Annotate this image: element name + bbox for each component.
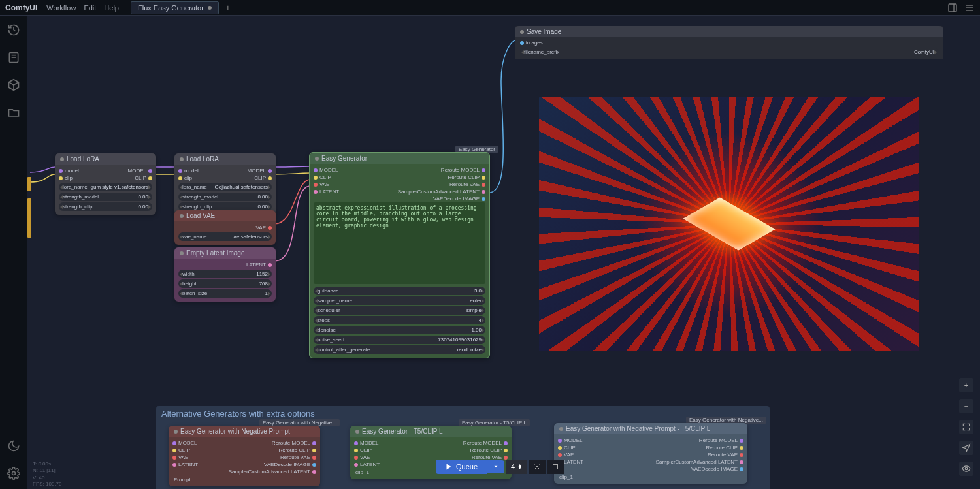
- locate-icon: [962, 443, 971, 452]
- stop-button[interactable]: [547, 460, 564, 474]
- fit-view-button[interactable]: [959, 420, 973, 434]
- locate-button[interactable]: [959, 441, 973, 455]
- eye-icon: [962, 464, 971, 473]
- widget-steps[interactable]: steps4: [314, 316, 485, 324]
- svg-rect-14: [553, 465, 558, 469]
- widget-sampler-name[interactable]: sampler_nameeuler: [314, 296, 485, 305]
- widget-lora-name[interactable]: lora_nameGejiazhuai.safetensors: [178, 183, 272, 191]
- zoom-out-button[interactable]: −: [959, 399, 973, 413]
- queue-count[interactable]: 4 ▲ ▼: [506, 460, 527, 474]
- svg-point-15: [965, 467, 968, 470]
- stepper-down-icon[interactable]: ▼: [517, 467, 522, 469]
- moon-icon[interactable]: [7, 439, 20, 452]
- gear-icon[interactable]: [7, 467, 20, 480]
- node-title: Easy Generator: [321, 155, 367, 162]
- widget-width[interactable]: width1152: [178, 270, 272, 278]
- sidebar: [0, 16, 27, 489]
- widget-control-after-generate[interactable]: control_after_generaterandomize: [314, 345, 485, 354]
- svg-point-11: [12, 472, 16, 475]
- widget-strength-clip[interactable]: strength_clip0.00: [59, 202, 152, 211]
- canvas[interactable]: Load LoRA modelMODEL clipCLIP lora_nameg…: [27, 16, 980, 489]
- menu-edit[interactable]: Edit: [84, 4, 96, 12]
- close-icon: [533, 463, 541, 471]
- node-load-lora-2[interactable]: Load LoRA modelMODEL clipCLIP lora_nameG…: [174, 153, 276, 215]
- prompt-textarea[interactable]: [314, 202, 485, 284]
- cube-icon[interactable]: [7, 78, 20, 91]
- node-title: Load LoRA: [186, 155, 219, 163]
- history-icon[interactable]: [7, 24, 20, 37]
- node-title: Load LoRA: [67, 155, 99, 163]
- widget-vae-name[interactable]: vae_nameae.safetensors: [178, 232, 272, 241]
- chevron-down-icon: [493, 464, 499, 470]
- queue-dropdown[interactable]: [487, 460, 504, 473]
- node-title: Save Image: [527, 28, 561, 35]
- tab-flux-easy-generator[interactable]: Flux Easy Generator: [131, 1, 219, 14]
- view-controls: + −: [959, 378, 973, 476]
- queue-bar: Queue 4 ▲ ▼: [436, 460, 564, 474]
- node-title: Easy Generator - T5/CLIP L: [362, 428, 443, 435]
- node-easy-generator[interactable]: Easy Generator MODELReroute MODEL CLIPRe…: [309, 152, 490, 358]
- menu-workflow[interactable]: Workflow: [46, 4, 76, 12]
- layout-icon[interactable]: [947, 3, 958, 13]
- topbar: ComfyUI Workflow Edit Help Flux Easy Gen…: [0, 0, 980, 16]
- tab-title: Flux Easy Generator: [138, 4, 204, 12]
- widget-guidance[interactable]: guidance3.0: [314, 287, 485, 295]
- square-icon: [551, 463, 559, 471]
- clip1-label: clip_1: [558, 473, 743, 481]
- canvas-stats: T: 0.00s N: 11 [11] V: 40 FPS: 109.70: [33, 461, 61, 488]
- node-empty-latent[interactable]: Empty Latent Image LATENT width1152 heig…: [174, 247, 276, 302]
- widget-denoise[interactable]: denoise1.00: [314, 326, 485, 334]
- play-icon: [445, 463, 453, 471]
- node-load-lora-1[interactable]: Load LoRA modelMODEL clipCLIP lora_nameg…: [55, 153, 156, 215]
- zoom-in-button[interactable]: +: [959, 378, 973, 392]
- book-icon[interactable]: [7, 51, 20, 64]
- svg-rect-0: [949, 4, 956, 12]
- widget-height[interactable]: height768: [178, 279, 272, 288]
- folder-icon[interactable]: [7, 106, 20, 119]
- node-title: Easy Generator with Negative Prompt: [180, 428, 290, 435]
- widget-noise-seed[interactable]: noise_seed730741099031629: [314, 336, 485, 344]
- node-save-image[interactable]: Save Image images filename_prefixComfyUI: [515, 26, 943, 59]
- menu-help[interactable]: Help: [104, 4, 119, 12]
- add-tab-icon[interactable]: +: [225, 3, 231, 13]
- widget-scheduler[interactable]: schedulersimple: [314, 306, 485, 315]
- node-title: Load VAE: [186, 212, 215, 219]
- node-easy-gen-negative[interactable]: Easy Generator with Negative Prompt MODE…: [169, 426, 320, 486]
- widget-batch[interactable]: batch_size1: [178, 289, 272, 298]
- widget-filename-prefix[interactable]: filename_prefixComfyUI: [520, 48, 938, 56]
- reroute-node[interactable]: [27, 198, 31, 238]
- node-title: Empty Latent Image: [186, 249, 245, 257]
- output-image-preview[interactable]: [539, 97, 919, 351]
- node-easy-gen-negative-t5[interactable]: Easy Generator with Negative Prompt - T5…: [554, 423, 747, 484]
- menu-icon[interactable]: [964, 3, 975, 13]
- node-load-vae[interactable]: Load VAE VAE vae_nameae.safetensors: [174, 210, 276, 245]
- svg-line-6: [14, 30, 16, 31]
- prompt-label: Prompt: [172, 475, 316, 484]
- brand: ComfyUI: [5, 3, 37, 12]
- visibility-button[interactable]: [959, 462, 973, 476]
- node-title: Easy Generator with Negative Prompt - T5…: [566, 425, 710, 432]
- reroute-node[interactable]: [27, 177, 31, 191]
- unsaved-dot-icon: [208, 6, 212, 10]
- widget-lora-name[interactable]: lora_namegum style v1.safetensors: [59, 183, 152, 191]
- cancel-button[interactable]: [529, 460, 546, 474]
- queue-button[interactable]: Queue: [436, 460, 487, 474]
- expand-icon: [962, 422, 971, 432]
- widget-strength-model[interactable]: strength_model0.00: [178, 193, 272, 201]
- widget-strength-model[interactable]: strength_model0.00: [59, 193, 152, 201]
